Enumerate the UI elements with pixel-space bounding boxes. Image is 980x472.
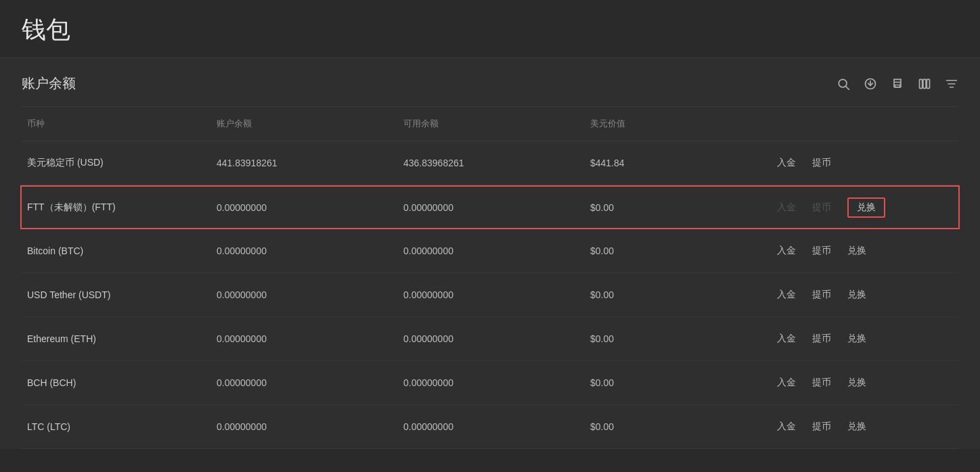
available-cell: 436.83968261	[398, 152, 585, 174]
deposit-button[interactable]: 入金	[777, 421, 796, 433]
currency-name-cell: USD Tether (USDT)	[22, 284, 211, 306]
actions-cell: 入金提币兑换	[772, 371, 958, 394]
currency-name-cell: Ethereum (ETH)	[22, 328, 211, 350]
svg-rect-9	[927, 79, 929, 88]
actions-cell: 入金提币兑换	[772, 327, 958, 350]
usd-value-cell: $0.00	[585, 328, 772, 350]
available-cell: 0.00000000	[398, 416, 585, 438]
withdraw-button[interactable]: 提币	[812, 289, 831, 301]
deposit-button[interactable]: 入金	[777, 245, 796, 257]
table-row: LTC (LTC)0.000000000.00000000$0.00入金提币兑换	[22, 405, 958, 449]
balance-cell: 0.00000000	[211, 197, 398, 218]
table-body: 美元稳定币 (USD)441.83918261436.83968261$441.…	[22, 141, 958, 449]
header-actions	[772, 115, 958, 133]
svg-rect-7	[920, 79, 922, 88]
deposit-button[interactable]: 入金	[777, 289, 796, 301]
exchange-button[interactable]: 兑换	[847, 377, 866, 389]
exchange-button[interactable]: 兑换	[847, 333, 866, 345]
usd-value-cell: $0.00	[585, 372, 772, 394]
available-cell: 0.00000000	[398, 284, 585, 306]
currency-name-cell: Bitcoin (BTC)	[22, 240, 211, 262]
actions-cell: 入金提币兑换	[772, 239, 958, 262]
balance-cell: 0.00000000	[211, 328, 398, 350]
usd-value-cell: $0.00	[585, 240, 772, 262]
exchange-button[interactable]: 兑换	[847, 245, 866, 257]
currency-name-cell: FTT（未解锁）(FTT)	[22, 196, 211, 219]
section-header: 账户余额	[22, 58, 958, 107]
withdraw-button[interactable]: 提币	[812, 245, 831, 257]
table-row: Bitcoin (BTC)0.000000000.00000000$0.00入金…	[22, 229, 958, 273]
currency-name-cell: BCH (BCH)	[22, 372, 211, 394]
table-row: FTT（未解锁）(FTT)0.000000000.00000000$0.00入金…	[20, 185, 960, 229]
table-row: USD Tether (USDT)0.000000000.00000000$0.…	[22, 273, 958, 317]
balance-cell: 441.83918261	[211, 152, 398, 174]
exchange-button[interactable]: 兑换	[847, 197, 885, 218]
balance-cell: 0.00000000	[211, 372, 398, 394]
actions-cell: 入金提币兑换	[772, 415, 958, 438]
balance-cell: 0.00000000	[211, 416, 398, 438]
balance-table: 币种 账户余额 可用余额 美元价值 美元稳定币 (USD)441.8391826…	[22, 107, 958, 449]
usd-value-cell: $0.00	[585, 416, 772, 438]
main-content: 账户余额	[0, 58, 980, 449]
actions-cell: 入金提币兑换	[772, 192, 958, 223]
filter-icon[interactable]	[945, 77, 958, 91]
balance-cell: 0.00000000	[211, 284, 398, 306]
balance-cell: 0.00000000	[211, 240, 398, 262]
table-header: 币种 账户余额 可用余额 美元价值	[22, 107, 958, 141]
usd-value-cell: $441.84	[585, 152, 772, 174]
exchange-button[interactable]: 兑换	[847, 421, 866, 433]
deposit-button[interactable]: 入金	[777, 157, 796, 169]
table-row: BCH (BCH)0.000000000.00000000$0.00入金提币兑换	[22, 361, 958, 405]
header-currency: 币种	[22, 115, 211, 133]
table-row: 美元稳定币 (USD)441.83918261436.83968261$441.…	[22, 141, 958, 185]
svg-rect-8	[923, 79, 926, 88]
usd-value-cell: $0.00	[585, 284, 772, 306]
header-available: 可用余额	[398, 115, 585, 133]
available-cell: 0.00000000	[398, 372, 585, 394]
download-icon[interactable]	[864, 77, 877, 91]
usd-value-cell: $0.00	[585, 197, 772, 218]
header-balance: 账户余额	[211, 115, 398, 133]
available-cell: 0.00000000	[398, 240, 585, 262]
withdraw-button[interactable]: 提币	[812, 421, 831, 433]
withdraw-button: 提币	[812, 202, 831, 214]
toolbar-icons	[837, 77, 958, 91]
available-cell: 0.00000000	[398, 197, 585, 218]
withdraw-button[interactable]: 提币	[812, 157, 831, 169]
deposit-button[interactable]: 入金	[777, 333, 796, 345]
currency-name-cell: 美元稳定币 (USD)	[22, 151, 211, 174]
svg-line-1	[846, 86, 849, 89]
exchange-button[interactable]: 兑换	[847, 289, 866, 301]
section-title: 账户余额	[22, 74, 76, 93]
withdraw-button[interactable]: 提币	[812, 377, 831, 389]
svg-point-6	[899, 83, 901, 85]
print-icon[interactable]	[891, 77, 904, 91]
withdraw-button[interactable]: 提币	[812, 333, 831, 345]
search-icon[interactable]	[837, 77, 850, 91]
actions-cell: 入金提币兑换	[772, 283, 958, 306]
available-cell: 0.00000000	[398, 328, 585, 350]
deposit-button: 入金	[777, 202, 796, 214]
page-header: 钱包	[0, 0, 980, 58]
header-usd-value: 美元价值	[585, 115, 772, 133]
svg-rect-5	[895, 85, 900, 87]
columns-icon[interactable]	[918, 77, 931, 91]
actions-cell: 入金提币	[772, 151, 958, 174]
currency-name-cell: LTC (LTC)	[22, 416, 211, 438]
deposit-button[interactable]: 入金	[777, 377, 796, 389]
table-row: Ethereum (ETH)0.000000000.00000000$0.00入…	[22, 317, 958, 361]
page-title: 钱包	[22, 14, 958, 47]
